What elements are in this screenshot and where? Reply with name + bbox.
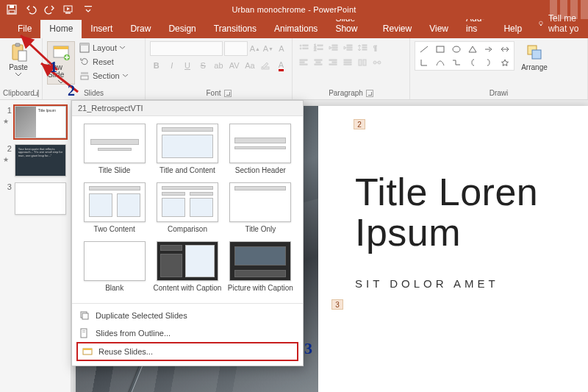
- svg-rect-12: [54, 46, 68, 49]
- new-slide-dropdown: 21_RetrospectVTI Title Slide Title and C…: [71, 100, 304, 366]
- svg-rect-27: [332, 45, 337, 46]
- shape-brace2-icon[interactable]: [481, 57, 496, 68]
- clear-formatting-icon[interactable]: A: [276, 42, 287, 55]
- layout-content-caption[interactable]: Content with Caption: [152, 241, 222, 296]
- thumbnail-3[interactable]: 3: [0, 179, 71, 218]
- dialog-launcher-icon[interactable]: [366, 90, 373, 97]
- line-spacing-icon[interactable]: [356, 41, 369, 54]
- layout-title-content[interactable]: Title and Content: [152, 124, 222, 178]
- svg-rect-2: [9, 10, 15, 13]
- layout-two-content[interactable]: Two Content: [79, 182, 149, 237]
- svg-rect-53: [437, 46, 444, 52]
- svg-rect-1: [10, 5, 14, 8]
- slide-subtitle[interactable]: SIT DOLOR AMET: [355, 277, 581, 290]
- dialog-launcher-icon[interactable]: [37, 90, 39, 97]
- undo-icon[interactable]: [25, 4, 37, 15]
- shape-brace-icon[interactable]: [465, 57, 480, 68]
- font-size-combo[interactable]: [224, 41, 247, 56]
- paste-button[interactable]: Paste: [4, 41, 32, 76]
- align-center-icon[interactable]: [312, 56, 325, 69]
- svg-rect-39: [300, 64, 307, 65]
- save-icon[interactable]: [6, 4, 18, 15]
- font-color-icon[interactable]: A: [275, 59, 287, 72]
- bold-icon[interactable]: B: [150, 59, 162, 72]
- window-title: Urban monochrome - PowerPoint: [232, 5, 356, 14]
- slide-thumbnail-pane[interactable]: 1★ Title Ipsum 2★ Your best quote that r…: [0, 100, 71, 392]
- bullets-icon[interactable]: [297, 41, 310, 54]
- numbering-icon[interactable]: 12: [312, 41, 325, 54]
- reuse-slides-cmd[interactable]: Reuse Slides...: [76, 342, 298, 361]
- shape-arrow-icon[interactable]: [481, 43, 496, 55]
- shape-rect-icon[interactable]: [433, 43, 448, 55]
- shape-line-icon[interactable]: [417, 43, 431, 55]
- italic-icon[interactable]: I: [165, 59, 178, 72]
- svg-rect-40: [315, 60, 322, 60]
- slide-title[interactable]: Title Loren Ipsum: [355, 172, 581, 252]
- layout-section-header[interactable]: Section Header: [226, 124, 295, 178]
- slides-from-outline-cmd[interactable]: Slides from Outline...: [72, 324, 303, 342]
- shape-doublearrow-icon[interactable]: [498, 43, 512, 55]
- increase-indent-icon[interactable]: [341, 41, 354, 54]
- change-case-icon[interactable]: Aa: [243, 59, 256, 72]
- svg-rect-4: [65, 13, 71, 14]
- tab-animations[interactable]: Animations: [265, 20, 326, 38]
- arrange-button[interactable]: Arrange: [520, 41, 548, 71]
- tab-insert[interactable]: Insert: [82, 20, 121, 38]
- layout-comparison[interactable]: Comparison: [152, 182, 222, 237]
- highlight-icon[interactable]: [259, 59, 272, 72]
- layout-picture-caption[interactable]: Picture with Caption: [226, 241, 295, 296]
- svg-rect-38: [300, 62, 304, 63]
- title-bar: Urban monochrome - PowerPoint: [0, 0, 588, 19]
- duplicate-slides-cmd[interactable]: Duplicate Selected Slides: [72, 307, 303, 324]
- start-from-beginning-icon[interactable]: [63, 4, 75, 15]
- layout-title-only[interactable]: Title Only: [226, 182, 295, 237]
- tab-file[interactable]: File: [9, 20, 40, 38]
- shape-triangle-icon[interactable]: [465, 43, 480, 55]
- section-button[interactable]: Section: [78, 69, 129, 82]
- character-spacing-icon[interactable]: AV: [228, 59, 240, 72]
- group-drawing-label: Drawi: [490, 89, 509, 97]
- svg-rect-44: [332, 62, 337, 63]
- ribbon-tabs: File Home Insert Draw Design Transitions…: [0, 19, 588, 38]
- columns-icon[interactable]: [356, 56, 369, 69]
- decrease-font-icon[interactable]: A▼: [262, 42, 274, 55]
- shapes-gallery[interactable]: [415, 41, 514, 71]
- tab-home[interactable]: Home: [40, 20, 82, 38]
- align-left-icon[interactable]: [297, 56, 310, 69]
- text-direction-icon[interactable]: ¶: [370, 41, 384, 54]
- tab-design[interactable]: Design: [159, 20, 204, 38]
- reset-button[interactable]: Reset: [78, 55, 129, 68]
- justify-icon[interactable]: [341, 56, 354, 69]
- layout-title-slide[interactable]: Title Slide: [79, 124, 149, 178]
- align-right-icon[interactable]: [326, 56, 340, 69]
- tab-transitions[interactable]: Transitions: [205, 20, 265, 38]
- svg-rect-15: [80, 43, 89, 46]
- redo-icon[interactable]: [44, 4, 56, 15]
- workspace: 1★ Title Ipsum 2★ Your best quote that r…: [0, 100, 588, 392]
- svg-rect-48: [344, 64, 351, 65]
- tab-view[interactable]: View: [420, 20, 457, 38]
- tell-me-search[interactable]: Tell me what yo: [538, 10, 588, 38]
- layout-button[interactable]: Layout: [78, 41, 129, 54]
- thumbnail-1[interactable]: 1★ Title Ipsum: [0, 103, 71, 141]
- shape-oval-icon[interactable]: [449, 43, 464, 55]
- underline-icon[interactable]: U: [181, 59, 193, 72]
- shape-connector-icon[interactable]: [449, 57, 464, 68]
- shape-l-icon[interactable]: [417, 57, 431, 68]
- group-font-label: Font: [206, 89, 220, 97]
- thumbnail-2[interactable]: 2★ Your best quote that reflects approac…: [0, 141, 71, 179]
- increase-font-icon[interactable]: A▲: [249, 42, 261, 55]
- qat-more-icon[interactable]: [82, 4, 94, 15]
- shadow-icon[interactable]: ab: [212, 59, 225, 72]
- strikethrough-icon[interactable]: S: [197, 59, 209, 72]
- font-name-combo[interactable]: [150, 41, 223, 56]
- tab-review[interactable]: Review: [374, 20, 420, 38]
- layout-blank[interactable]: Blank: [79, 241, 149, 296]
- decrease-indent-icon[interactable]: [326, 41, 340, 54]
- shape-star-icon[interactable]: [498, 57, 512, 68]
- shape-curve-icon[interactable]: [433, 57, 448, 68]
- smartart-icon[interactable]: [370, 56, 384, 69]
- dialog-launcher-icon[interactable]: [224, 90, 232, 97]
- tab-help[interactable]: Help: [495, 20, 531, 38]
- tab-draw[interactable]: Draw: [121, 20, 159, 38]
